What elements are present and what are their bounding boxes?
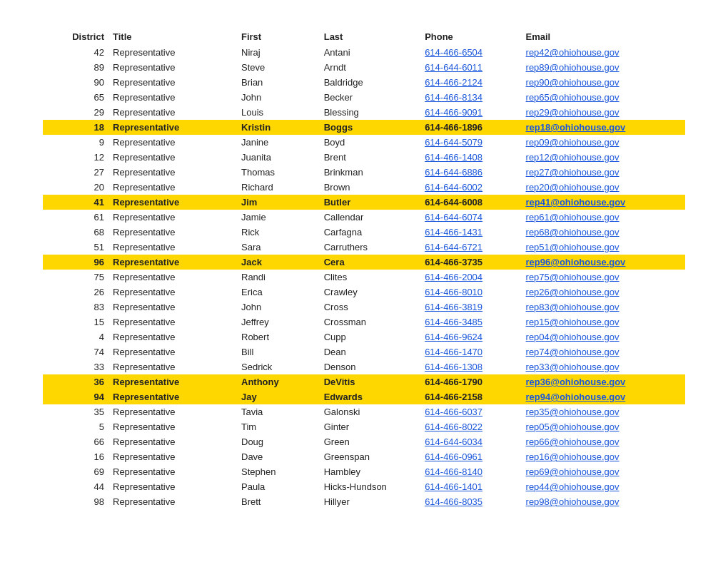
email-link[interactable]: rep29@ohiohouse.gov	[526, 107, 620, 118]
cell-phone[interactable]: 614-466-3485	[419, 315, 520, 329]
phone-link[interactable]: 614-466-1308	[425, 362, 482, 372]
email-link[interactable]: rep96@ohiohouse.gov	[526, 257, 626, 267]
cell-email[interactable]: rep90@ohiohouse.gov	[520, 75, 685, 90]
phone-link[interactable]: 614-466-2124	[425, 77, 482, 88]
email-link[interactable]: rep69@ohiohouse.gov	[526, 466, 620, 477]
phone-link[interactable]: 614-466-3819	[425, 302, 482, 312]
phone-link[interactable]: 614-466-1408	[425, 152, 482, 163]
email-link[interactable]: rep98@ohiohouse.gov	[526, 496, 620, 507]
phone-link[interactable]: 614-466-8134	[425, 92, 482, 103]
phone-link[interactable]: 614-644-6074	[425, 212, 482, 223]
email-link[interactable]: rep44@ohiohouse.gov	[526, 481, 620, 492]
phone-link[interactable]: 614-466-8035	[425, 496, 482, 507]
phone-link[interactable]: 614-466-6037	[425, 407, 482, 417]
cell-phone[interactable]: 614-466-1790	[419, 374, 520, 389]
cell-phone[interactable]: 614-644-6886	[419, 165, 520, 180]
cell-phone[interactable]: 614-466-3735	[419, 255, 520, 270]
cell-phone[interactable]: 614-466-1308	[419, 359, 520, 374]
cell-email[interactable]: rep69@ohiohouse.gov	[520, 464, 685, 479]
cell-email[interactable]: rep04@ohiohouse.gov	[520, 329, 685, 344]
phone-link[interactable]: 614-466-1470	[425, 347, 482, 357]
cell-email[interactable]: rep12@ohiohouse.gov	[520, 150, 685, 165]
phone-link[interactable]: 614-466-3485	[425, 317, 482, 327]
cell-email[interactable]: rep96@ohiohouse.gov	[520, 255, 685, 270]
cell-email[interactable]: rep15@ohiohouse.gov	[520, 315, 685, 329]
cell-phone[interactable]: 614-466-8035	[419, 494, 520, 509]
cell-email[interactable]: rep33@ohiohouse.gov	[520, 359, 685, 374]
email-link[interactable]: rep66@ohiohouse.gov	[526, 436, 620, 447]
email-link[interactable]: rep36@ohiohouse.gov	[526, 377, 626, 387]
email-link[interactable]: rep12@ohiohouse.gov	[526, 152, 620, 163]
cell-email[interactable]: rep36@ohiohouse.gov	[520, 374, 685, 389]
cell-email[interactable]: rep94@ohiohouse.gov	[520, 389, 685, 404]
email-link[interactable]: rep94@ohiohouse.gov	[526, 392, 626, 402]
cell-phone[interactable]: 614-644-6034	[419, 434, 520, 449]
email-link[interactable]: rep33@ohiohouse.gov	[526, 362, 620, 372]
phone-link[interactable]: 614-466-8140	[425, 466, 482, 477]
cell-phone[interactable]: 614-466-8010	[419, 285, 520, 300]
cell-email[interactable]: rep35@ohiohouse.gov	[520, 404, 685, 419]
cell-email[interactable]: rep68@ohiohouse.gov	[520, 225, 685, 240]
cell-email[interactable]: rep29@ohiohouse.gov	[520, 105, 685, 120]
cell-email[interactable]: rep83@ohiohouse.gov	[520, 300, 685, 315]
cell-phone[interactable]: 614-466-1401	[419, 479, 520, 494]
cell-email[interactable]: rep09@ohiohouse.gov	[520, 135, 685, 150]
phone-link[interactable]: 614-644-5079	[425, 137, 482, 148]
email-link[interactable]: rep04@ohiohouse.gov	[526, 332, 620, 342]
email-link[interactable]: rep41@ohiohouse.gov	[526, 197, 626, 208]
phone-link[interactable]: 614-466-8022	[425, 422, 482, 432]
phone-link[interactable]: 614-466-1401	[425, 481, 482, 492]
phone-link[interactable]: 614-466-9624	[425, 332, 482, 342]
phone-link[interactable]: 614-644-6034	[425, 436, 482, 447]
cell-phone[interactable]: 614-466-0961	[419, 449, 520, 464]
cell-email[interactable]: rep27@ohiohouse.gov	[520, 165, 685, 180]
cell-email[interactable]: rep05@ohiohouse.gov	[520, 419, 685, 434]
cell-phone[interactable]: 614-466-3819	[419, 300, 520, 315]
cell-phone[interactable]: 614-466-9624	[419, 329, 520, 344]
cell-email[interactable]: rep89@ohiohouse.gov	[520, 60, 685, 75]
cell-phone[interactable]: 614-466-2124	[419, 75, 520, 90]
phone-link[interactable]: 614-644-6011	[425, 62, 482, 73]
phone-link[interactable]: 614-466-6504	[425, 47, 482, 58]
email-link[interactable]: rep16@ohiohouse.gov	[526, 451, 620, 462]
email-link[interactable]: rep83@ohiohouse.gov	[526, 302, 620, 312]
cell-email[interactable]: rep61@ohiohouse.gov	[520, 210, 685, 225]
phone-link[interactable]: 614-466-8010	[425, 287, 482, 297]
cell-email[interactable]: rep18@ohiohouse.gov	[520, 120, 685, 135]
email-link[interactable]: rep26@ohiohouse.gov	[526, 287, 620, 297]
cell-phone[interactable]: 614-644-6011	[419, 60, 520, 75]
email-link[interactable]: rep75@ohiohouse.gov	[526, 272, 620, 282]
cell-email[interactable]: rep20@ohiohouse.gov	[520, 180, 685, 195]
phone-link[interactable]: 614-644-6721	[425, 242, 482, 252]
phone-link[interactable]: 614-466-1431	[425, 227, 482, 237]
cell-email[interactable]: rep74@ohiohouse.gov	[520, 344, 685, 359]
phone-link[interactable]: 614-644-6002	[425, 182, 482, 193]
cell-phone[interactable]: 614-466-6504	[419, 45, 520, 60]
phone-link[interactable]: 614-466-9091	[425, 107, 482, 118]
email-link[interactable]: rep20@ohiohouse.gov	[526, 182, 620, 193]
email-link[interactable]: rep90@ohiohouse.gov	[526, 77, 620, 88]
email-link[interactable]: rep05@ohiohouse.gov	[526, 422, 620, 432]
cell-email[interactable]: rep51@ohiohouse.gov	[520, 240, 685, 255]
cell-email[interactable]: rep41@ohiohouse.gov	[520, 195, 685, 210]
cell-phone[interactable]: 614-466-8022	[419, 419, 520, 434]
cell-phone[interactable]: 614-644-6008	[419, 195, 520, 210]
cell-phone[interactable]: 614-466-1470	[419, 344, 520, 359]
cell-email[interactable]: rep98@ohiohouse.gov	[520, 494, 685, 509]
cell-phone[interactable]: 614-466-1431	[419, 225, 520, 240]
cell-email[interactable]: rep26@ohiohouse.gov	[520, 285, 685, 300]
cell-phone[interactable]: 614-466-8134	[419, 90, 520, 105]
cell-phone[interactable]: 614-466-2004	[419, 270, 520, 285]
cell-email[interactable]: rep16@ohiohouse.gov	[520, 449, 685, 464]
email-link[interactable]: rep18@ohiohouse.gov	[526, 122, 626, 133]
cell-email[interactable]: rep75@ohiohouse.gov	[520, 270, 685, 285]
email-link[interactable]: rep74@ohiohouse.gov	[526, 347, 620, 357]
email-link[interactable]: rep35@ohiohouse.gov	[526, 407, 620, 417]
email-link[interactable]: rep42@ohiohouse.gov	[526, 47, 620, 58]
cell-phone[interactable]: 614-466-2158	[419, 389, 520, 404]
phone-link[interactable]: 614-466-0961	[425, 451, 482, 462]
cell-phone[interactable]: 614-466-8140	[419, 464, 520, 479]
email-link[interactable]: rep68@ohiohouse.gov	[526, 227, 620, 237]
cell-phone[interactable]: 614-466-1896	[419, 120, 520, 135]
cell-phone[interactable]: 614-466-1408	[419, 150, 520, 165]
